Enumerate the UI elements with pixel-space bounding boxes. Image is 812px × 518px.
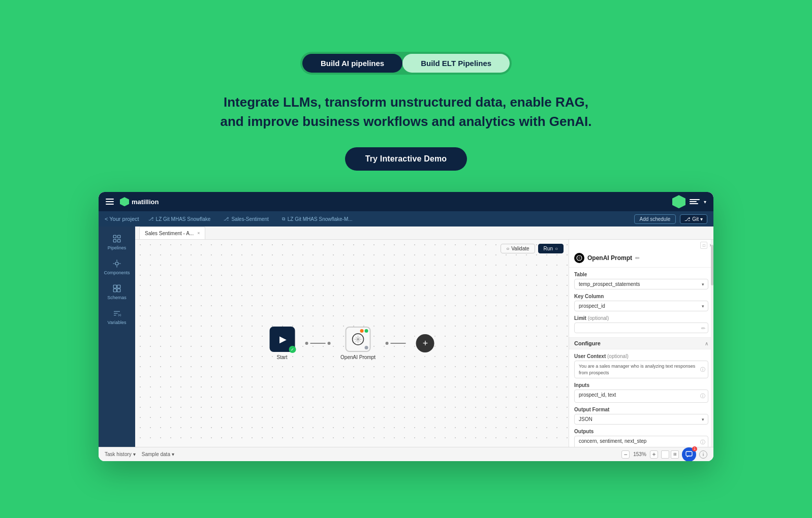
chat-icon-svg xyxy=(685,451,693,458)
headline: Integrate LLMs, transform unstructured d… xyxy=(99,93,713,131)
matillion-logo: matillion xyxy=(120,197,159,206)
key-column-select[interactable]: prospect_id xyxy=(574,301,708,311)
nav-chevron-icon[interactable]: ▾ xyxy=(704,199,706,205)
git-chevron-icon: ▾ xyxy=(700,216,703,222)
nav-left: matillion xyxy=(106,197,159,206)
zoom-level: 153% xyxy=(632,451,648,457)
limit-input[interactable] xyxy=(574,322,708,333)
output-format-select[interactable]: JSON xyxy=(574,414,708,425)
configure-section-divider[interactable]: Configure ∧ xyxy=(569,337,713,349)
connector-dot-left xyxy=(305,342,308,345)
info-icon[interactable]: i xyxy=(699,450,707,459)
sidebar-item-pipelines[interactable]: Pipelines xyxy=(102,231,132,253)
breadcrumb-right: Add schedule ⎇ Git ▾ xyxy=(634,214,707,224)
openai-logo-small xyxy=(574,253,584,263)
tab-build-ai[interactable]: Build AI pipelines xyxy=(302,54,402,73)
validate-icon: ○ xyxy=(506,246,509,251)
user-context-label-text: User Context xyxy=(574,353,606,359)
logo-text: matillion xyxy=(132,198,159,206)
panel-collapse-icon[interactable]: □ xyxy=(700,242,707,249)
openai-dot-gray xyxy=(364,346,368,349)
breadcrumb-tab-1[interactable]: ⎇ Sales-Sentiment xyxy=(220,215,272,223)
top-nav: matillion ▾ xyxy=(99,192,713,211)
logo-hex xyxy=(120,197,129,206)
add-node-button[interactable]: + xyxy=(416,334,434,352)
grid-view-icon[interactable]: ⊞ xyxy=(671,450,679,459)
schemas-icon xyxy=(112,283,122,294)
hamburger-icon[interactable] xyxy=(106,199,114,205)
inputs-value[interactable]: prospect_id, text xyxy=(574,390,708,403)
panel-edit-icon[interactable]: ✏ xyxy=(635,255,640,262)
sidebar-item-components[interactable]: Components xyxy=(102,255,132,278)
sidebar-item-variables[interactable]: {x} Variables xyxy=(102,305,132,328)
outputs-field-group: Outputs concern, sentiment, next_step ⓘ xyxy=(574,429,708,447)
user-context-field-group: User Context (optional) You are a sales … xyxy=(574,353,708,378)
svg-rect-2 xyxy=(113,240,116,242)
breadcrumb-back[interactable]: < Your project xyxy=(105,216,139,222)
user-context-info-icon: ⓘ xyxy=(700,366,705,373)
connector-dot-right xyxy=(327,342,330,345)
inputs-info-icon: ⓘ xyxy=(700,393,705,400)
validate-button[interactable]: ○ Validate xyxy=(501,244,535,253)
breadcrumb-tab-label-1: Sales-Sentiment xyxy=(231,216,268,222)
outputs-value[interactable]: concern, sentiment, next_step xyxy=(574,436,708,447)
pipeline-nodes: ▶ ✓ Start xyxy=(269,327,434,360)
tab-build-elt[interactable]: Build ELT Pipelines xyxy=(402,54,510,73)
right-panel: □ › xyxy=(569,240,713,447)
components-label: Components xyxy=(104,270,130,275)
chat-button[interactable]: 1 xyxy=(682,447,696,462)
bottom-bar: Task history ▾ Sample data ▾ − 153% + xyxy=(99,447,713,461)
configure-chevron-icon: ∧ xyxy=(705,341,708,346)
limit-edit-icon: ✏ xyxy=(701,325,705,331)
table-select[interactable]: temp_prospect_statements xyxy=(574,279,708,289)
git-icon: ⎇ xyxy=(684,216,691,222)
fit-view-icon[interactable] xyxy=(661,450,669,459)
outputs-info-icon: ⓘ xyxy=(700,439,705,446)
nav-avatar[interactable] xyxy=(672,195,685,208)
variables-label: Variables xyxy=(108,320,127,325)
add-schedule-button[interactable]: Add schedule xyxy=(634,214,676,224)
panel-scrollbar-thumb[interactable] xyxy=(711,245,713,285)
browser-mockup: matillion ▾ < Your project ⎇ LZ Git MHAS… xyxy=(99,192,713,461)
page-container: Build AI pipelines Build ELT Pipelines I… xyxy=(99,31,713,487)
user-context-value[interactable]: You are a sales manager who is analyzing… xyxy=(574,361,708,378)
sample-data-chevron: ▾ xyxy=(172,451,174,457)
cta-button[interactable]: Try Interactive Demo xyxy=(345,147,467,171)
output-format-select-wrapper: JSON ▾ xyxy=(574,414,708,425)
schemas-label: Schemas xyxy=(107,295,127,300)
task-history-label: Task history xyxy=(105,451,132,457)
variables-icon: {x} xyxy=(112,308,122,318)
sample-data-label: Sample data xyxy=(142,451,170,457)
configure-label: Configure xyxy=(574,340,601,346)
run-icon: ○ xyxy=(555,246,558,251)
git-button[interactable]: ⎇ Git ▾ xyxy=(680,214,707,224)
task-history-button[interactable]: Task history ▾ xyxy=(105,451,136,457)
canvas-tab-bar: Sales Sentiment - A... × xyxy=(135,226,713,240)
canvas-tab-close[interactable]: × xyxy=(197,231,200,236)
canvas-tab-active[interactable]: Sales Sentiment - A... × xyxy=(139,226,205,239)
breadcrumb-tab-2[interactable]: ⧉ LZ Git MHAS Snowflake-M... xyxy=(278,215,357,223)
main-content: Pipelines Components Schemas xyxy=(99,226,713,447)
inputs-label: Inputs xyxy=(574,382,708,388)
zoom-controls: − 153% + xyxy=(621,450,658,459)
run-button[interactable]: Run ○ xyxy=(538,244,564,253)
zoom-out-button[interactable]: − xyxy=(621,450,630,459)
sidebar-item-schemas[interactable]: Schemas xyxy=(102,280,132,303)
validate-label: Validate xyxy=(511,246,529,251)
output-format-field-group: Output Format JSON ▾ xyxy=(574,407,708,425)
zoom-in-button[interactable]: + xyxy=(650,450,658,459)
canvas-area-wrap: Sales Sentiment - A... × ○ Validate xyxy=(135,226,713,447)
panel-title-row: OpenAI Prompt ✏ xyxy=(574,253,640,263)
breadcrumb-tab-0[interactable]: ⎇ LZ Git MHAS Snowflake xyxy=(144,215,215,223)
inputs-input-row: prospect_id, text ⓘ xyxy=(574,390,708,403)
play-icon: ▶ xyxy=(279,334,287,345)
openai-node[interactable]: OpenAI Prompt xyxy=(340,327,376,360)
panel-body: Table temp_prospect_statements ▾ Key xyxy=(569,268,713,337)
nav-menu-icon[interactable] xyxy=(690,199,700,204)
svg-rect-12 xyxy=(686,451,692,456)
sample-data-button[interactable]: Sample data ▾ xyxy=(142,451,174,457)
openai-node-icon xyxy=(345,327,370,352)
start-node[interactable]: ▶ ✓ Start xyxy=(269,327,295,360)
svg-rect-7 xyxy=(113,289,116,292)
pipeline-canvas[interactable]: ○ Validate Run ○ xyxy=(135,240,569,447)
